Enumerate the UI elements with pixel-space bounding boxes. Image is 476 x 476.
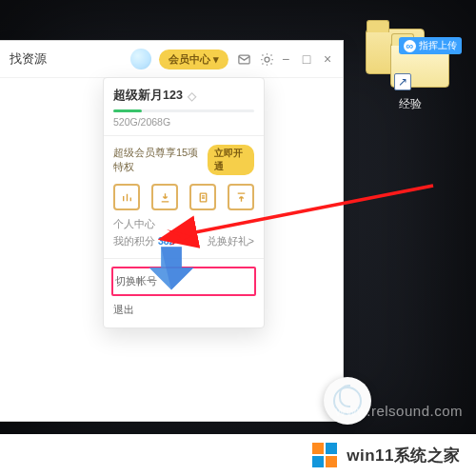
bell-icon[interactable] [259,51,274,67]
folder-icon: ∞ 指挥上传 ↗ [390,42,449,88]
vip-center-pill[interactable]: 会员中心 ▾ [159,50,228,69]
window-maximize[interactable]: □ [301,52,312,66]
infinity-icon: ∞ [404,40,416,52]
account-username: 超级新月123 [113,88,183,104]
download-illustration-icon [144,240,199,295]
doc-icon[interactable] [189,184,216,210]
stats-icon[interactable] [113,184,140,210]
privilege-row: 超级会员尊享15项特权 立即开通 [113,144,254,176]
folder-label: 经验 [358,96,463,112]
window-body: 超级新月123 ◇ 520G/2068G 超级会员尊享15项特权 立即开通 个人… [0,78,343,421]
app-window: 找资源 会员中心 ▾ − □ × 超级新月123 ◇ [0,40,344,422]
folder-badge-label: 指挥上传 [419,39,457,52]
window-close[interactable]: × [322,52,333,66]
brand-text: win11系统之家 [347,445,461,466]
titlebar: 找资源 会员中心 ▾ − □ × [0,41,343,78]
account-username-row: 超级新月123 ◇ [113,88,254,104]
open-vip-button[interactable]: 立即开通 [208,145,254,175]
redeem-link[interactable]: 兑换好礼> [207,235,254,248]
upload-icon[interactable] [228,184,254,210]
brand-logo-icon [312,443,337,467]
storage-quota: 520G/2068G [113,116,254,128]
window-title: 找资源 [10,50,47,68]
svg-point-1 [265,57,269,62]
brand-bar: win11系统之家 [0,434,476,476]
personal-center-link[interactable]: 个人中心 [113,216,254,233]
privilege-text: 超级会员尊享15项特权 [113,146,208,174]
vip-center-label: 会员中心 [169,52,210,67]
shortcut-icon: ↗ [394,73,411,90]
diamond-icon: ◇ [188,89,196,103]
storage-bar [113,109,254,112]
download-icon[interactable] [151,184,178,210]
logout-item[interactable]: 退出 [113,298,254,322]
avatar[interactable] [130,49,151,69]
privilege-icons [113,184,254,210]
watermark-text: www.relsound.com [335,403,463,419]
folder-badge: ∞ 指挥上传 [399,37,462,54]
chevron-down-icon: ▾ [213,53,219,66]
divider [104,135,264,136]
mail-icon[interactable] [236,51,251,67]
window-minimize[interactable]: − [280,52,291,66]
